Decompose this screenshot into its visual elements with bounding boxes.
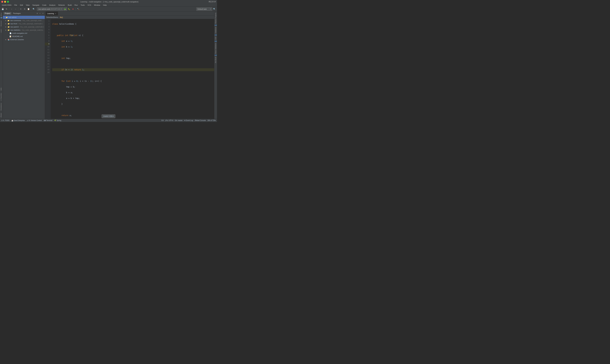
code-line-5: int b = 1;: [52, 45, 214, 48]
status-vcs[interactable]: ⎇ 9: Version Control: [27, 120, 42, 121]
line-num: 12: [45, 51, 49, 54]
menu-code[interactable]: Code: [41, 4, 48, 6]
tool-persistence[interactable]: Persistence: [0, 102, 3, 112]
menu-edit[interactable]: Edit: [19, 4, 24, 6]
menu-view[interactable]: View: [25, 4, 31, 6]
module-icon: 📁: [5, 16, 8, 19]
menu-tools[interactable]: Tools: [79, 4, 86, 6]
code-line-17: return a;: [52, 114, 214, 117]
tool-bean-validation[interactable]: Bean Validation: [214, 42, 217, 54]
run-config-dropdown[interactable]: nav-admin-web [tomcat7:run] ▼: [37, 7, 63, 11]
menu-window[interactable]: Window: [93, 4, 102, 6]
spring-label: Spring: [57, 120, 61, 121]
toolbar-find-btn[interactable]: 🔍: [32, 7, 35, 11]
module-icon: 📁: [7, 22, 10, 25]
line-num: 16: [45, 63, 49, 65]
status-terminal[interactable]: ⌨ Terminal: [44, 120, 52, 121]
tree-item-readme[interactable]: ▶ 📝 README.md: [3, 35, 45, 38]
vcs-label: 9: Version Control: [29, 120, 42, 121]
maximize-button[interactable]: [7, 1, 9, 3]
todo-icon: ☑: [1, 120, 3, 121]
breadcrumb-sep: ›: [59, 16, 59, 18]
breadcrumb-method[interactable]: fib(): [60, 16, 63, 18]
toolbar-build-btn[interactable]: 🔨: [77, 7, 80, 11]
tree-item-nav-statistics[interactable]: ▶ 📁 nav-statistics ~/my_code_space/git_c…: [3, 28, 45, 32]
editor-tab-learning[interactable]: Learning ✕: [46, 12, 58, 15]
tool-maven[interactable]: Maven Projects: [214, 12, 217, 24]
tool-learn[interactable]: Learn: [0, 28, 3, 34]
tab-label: Learning: [47, 13, 54, 14]
title-time: 周五10:19: [208, 1, 216, 3]
project-close-icon[interactable]: ✕: [42, 12, 44, 15]
tool-structure[interactable]: Structure: [0, 19, 3, 28]
line-num: 8: [45, 40, 49, 43]
project-settings-icon[interactable]: ⚙: [36, 12, 39, 15]
toolbar-search-btn[interactable]: 🔍: [213, 7, 216, 11]
run-button[interactable]: ▶: [64, 7, 67, 11]
tree-label: nav-admin: [8, 16, 16, 18]
status-event-log[interactable]: ✉ Event Log: [184, 120, 193, 121]
line-num: 5: [45, 31, 49, 34]
tool-database[interactable]: Database: [214, 26, 217, 34]
database-indicator: [215, 35, 217, 35]
menu-help[interactable]: Help: [102, 4, 108, 6]
tool-dsf[interactable]: DSF: [214, 36, 217, 40]
toolbar-sep-3: [31, 8, 31, 11]
tool-jrebel[interactable]: JRebel: [0, 112, 3, 119]
breadcrumb-class[interactable]: SelectionDemo: [46, 16, 58, 18]
menu-file[interactable]: File: [13, 4, 18, 6]
code-line-9: if (n < 2) return 1;: [52, 68, 214, 71]
code-editor[interactable]: class SelectionDemo { public int fib(int…: [51, 19, 214, 119]
arrow-icon: ▶: [5, 39, 7, 40]
menu-app[interactable]: IntelliJ IDEA: [1, 4, 13, 6]
tree-item-nav-admin[interactable]: ▼ 📁 nav-admin ~/my_code_space/git_code/m…: [3, 16, 45, 19]
code-line-11: for (int i = 0; i < (n - 1); i++) {: [52, 80, 214, 83]
tree-item-ext-libs[interactable]: ▶ 📚 External Libraries: [3, 38, 45, 41]
toolbar-cut-btn[interactable]: ✂: [19, 7, 23, 11]
code-editor-content[interactable]: 1 2 3 4 5 6 7 8 9 10 11 12 13 14 15 16 1…: [45, 19, 214, 119]
default-task-dropdown[interactable]: Default task ▼: [196, 7, 212, 11]
minimize-button[interactable]: [4, 1, 6, 3]
status-todo[interactable]: ☑ 6: TODO: [1, 120, 10, 121]
toolbar-copy-btn[interactable]: ⎘: [23, 7, 26, 11]
tool-project[interactable]: 1Project: [0, 12, 3, 19]
toolbar-paste-btn[interactable]: 📋: [27, 7, 30, 11]
status-lines: 266 of 725k: [208, 120, 216, 121]
tool-web[interactable]: Web: [0, 86, 3, 92]
stop-button[interactable]: ■: [71, 7, 75, 11]
tab-close-icon[interactable]: ✕: [55, 13, 56, 14]
menu-navigate[interactable]: Navigate: [31, 4, 40, 6]
status-spring[interactable]: 🌱 Spring: [54, 120, 61, 121]
menu-analyze[interactable]: Analyze: [48, 4, 57, 6]
toolbar-sync-btn[interactable]: ↻: [5, 7, 8, 11]
tree-item-iml[interactable]: ▶ 📄 multi-navigation.iml: [3, 32, 45, 35]
toolbar-save-btn[interactable]: 💾: [1, 7, 4, 11]
tree-item-nav-front[interactable]: ▶ 📁 nav-front ~/my_code_space/git_code/m…: [3, 22, 45, 25]
tree-label: README.md: [12, 35, 23, 37]
tree-item-nav-parent[interactable]: ▶ 📁 nav-parent ~/my_code_space/git_code/…: [3, 25, 45, 28]
status-encoding[interactable]: LFs: UTF-8: [165, 120, 173, 121]
project-filter-icon[interactable]: ≡: [39, 12, 41, 15]
status-jrebel[interactable]: JRebel Console: [195, 120, 206, 121]
toolbar-redo-btn[interactable]: →: [14, 7, 17, 11]
debug-button[interactable]: 🐛: [67, 7, 71, 11]
toolbar-undo-btn[interactable]: ←: [10, 7, 13, 11]
status-git[interactable]: Git: master: [175, 120, 182, 121]
tab-packages[interactable]: Packages: [12, 12, 22, 15]
module-icon: 📁: [7, 19, 10, 22]
tab-project[interactable]: Project: [3, 12, 12, 15]
module-icon: 📁: [7, 29, 10, 31]
tool-favorites[interactable]: 2: Favorites: [0, 92, 3, 102]
tool-ant-build[interactable]: Ant Build: [214, 56, 217, 64]
menu-run[interactable]: Run: [73, 4, 79, 6]
status-java-enterprise[interactable]: ☕ Java Enterprise: [12, 120, 25, 121]
menu-vcs[interactable]: VCS: [86, 4, 92, 6]
menu-refactor[interactable]: Refactor: [57, 4, 66, 6]
status-cursor[interactable]: 9:9: [161, 120, 164, 121]
tree-item-nav-commons[interactable]: ▶ 📁 nav-commons ~/my_code_space/git_code…: [3, 19, 45, 22]
tree-path: ~/my_code_space/git_code/multi-n: [19, 26, 44, 28]
line-numbers: 1 2 3 4 5 6 7 8 9 10 11 12 13 14 15 16 1…: [45, 19, 51, 119]
close-button[interactable]: [1, 1, 3, 3]
menu-build[interactable]: Build: [66, 4, 73, 6]
arrow-icon: ▶: [5, 26, 7, 28]
